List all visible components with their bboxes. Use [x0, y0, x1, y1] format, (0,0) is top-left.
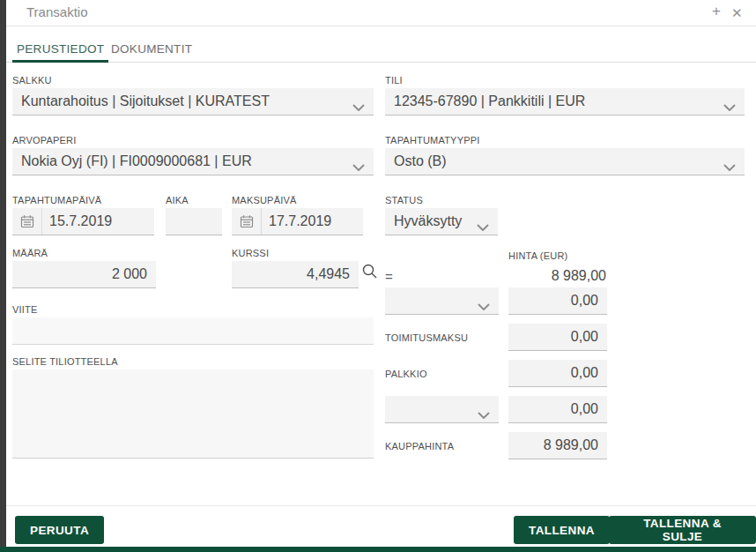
- tapahtumapaiva-datebox: [12, 208, 154, 235]
- tili-field: TILI 12345-67890 | Pankkitili | EUR: [385, 75, 745, 116]
- chevron-down-icon: [352, 159, 365, 175]
- chevron-down-icon: [723, 159, 736, 175]
- salkku-select[interactable]: Kuntarahoitus | Sijoitukset | KURATEST: [12, 88, 374, 116]
- salkku-field: SALKKU Kuntarahoitus | Sijoitukset | KUR…: [12, 75, 374, 116]
- tab-bar: PERUSTIEDOT DOKUMENTIT: [6, 35, 756, 63]
- tili-select[interactable]: 12345-67890 | Pankkitili | EUR: [385, 88, 745, 116]
- kurssi-input[interactable]: [232, 261, 359, 288]
- tapahtumatyyppi-select[interactable]: Osto (B): [385, 148, 745, 175]
- tapahtumatyyppi-value: Osto (B): [394, 153, 447, 169]
- viite-field: VIITE: [12, 304, 374, 345]
- arvopaperi-select[interactable]: Nokia Oyj (FI) | FI0009000681 | EUR: [12, 148, 374, 175]
- aika-input[interactable]: [166, 208, 222, 235]
- fee-row-select[interactable]: [385, 396, 499, 423]
- status-label: STATUS: [385, 195, 498, 208]
- chevron-down-icon: [478, 298, 490, 314]
- maara-label: MÄÄRÄ: [12, 248, 156, 261]
- arvopaperi-value: Nokia Oyj (FI) | FI0009000681 | EUR: [21, 153, 252, 169]
- kurssi-field: KURSSI: [232, 248, 359, 288]
- tili-value: 12345-67890 | Pankkitili | EUR: [394, 93, 585, 109]
- arvopaperi-field: ARVOPAPERI Nokia Oyj (FI) | FI0009000681…: [12, 135, 374, 175]
- status-field: STATUS Hyväksytty: [385, 195, 498, 235]
- footer-divider: [6, 505, 756, 506]
- palkkio-input[interactable]: [508, 360, 607, 387]
- calendar-icon[interactable]: [232, 208, 262, 235]
- kauppahinta-label: KAUPPAHINTA: [385, 441, 454, 451]
- background-bottom-bar: [0, 547, 756, 552]
- cancel-button[interactable]: PERUUTA: [15, 516, 104, 544]
- maara-field: MÄÄRÄ: [12, 248, 156, 288]
- toimitusmaksu-label: TOIMITUSMAKSU: [385, 332, 468, 343]
- chevron-down-icon: [352, 99, 365, 115]
- transaction-dialog: Transaktio + ✕ PERUSTIEDOT DOKUMENTIT SA…: [0, 0, 756, 552]
- close-icon[interactable]: ✕: [731, 4, 743, 23]
- tab-dokumentit[interactable]: DOKUMENTIT: [107, 40, 196, 63]
- tapahtumapaiva-input[interactable]: [42, 208, 154, 235]
- arvopaperi-label: ARVOPAPERI: [12, 135, 374, 148]
- toimitusmaksu-input[interactable]: [508, 324, 607, 351]
- hinta-label: HINTA (EUR): [508, 250, 567, 261]
- status-value: Hyväksytty: [394, 213, 462, 229]
- maksupaiva-datebox: [232, 208, 363, 235]
- viite-input[interactable]: [12, 317, 374, 345]
- dialog-titlebar: Transaktio + ✕: [6, 0, 756, 26]
- hinta-value: 8 989,00: [508, 268, 606, 284]
- background-left-strip: [0, 0, 6, 552]
- save-and-close-button[interactable]: TALLENNA & SULJE: [609, 516, 756, 544]
- viite-label: VIITE: [12, 304, 374, 317]
- dialog-title: Transaktio: [26, 4, 87, 19]
- save-button[interactable]: TALLENNA: [514, 516, 610, 544]
- tapahtumatyyppi-field: TAPAHTUMATYYPPI Osto (B): [385, 135, 745, 175]
- selite-textarea[interactable]: [12, 369, 374, 459]
- add-icon[interactable]: +: [712, 2, 721, 21]
- status-select[interactable]: Hyväksytty: [385, 208, 498, 235]
- tapahtumapaiva-label: TAPAHTUMAPÄIVÄ: [12, 195, 154, 208]
- salkku-label: SALKKU: [12, 75, 374, 88]
- maksupaiva-input[interactable]: [262, 208, 363, 235]
- selite-label: SELITE TILIOTTEELLA: [12, 356, 374, 369]
- calendar-icon[interactable]: [12, 208, 42, 235]
- tapahtumapaiva-field: TAPAHTUMAPÄIVÄ: [12, 195, 154, 235]
- chevron-down-icon: [478, 407, 490, 422]
- fee-row-input[interactable]: [508, 396, 607, 423]
- hinta-row-input[interactable]: [508, 287, 607, 315]
- maksupaiva-field: MAKSUPÄIVÄ: [232, 195, 363, 235]
- tab-perustiedot[interactable]: PERUSTIEDOT: [12, 40, 108, 63]
- palkkio-label: PALKKIO: [385, 369, 427, 379]
- aika-field: AIKA: [166, 195, 222, 235]
- kauppahinta-input[interactable]: [508, 432, 607, 459]
- hinta-row-select[interactable]: [385, 287, 499, 315]
- chevron-down-icon: [723, 99, 736, 115]
- selite-field: SELITE TILIOTTEELLA: [12, 356, 374, 462]
- chevron-down-icon: [477, 219, 489, 235]
- salkku-value: Kuntarahoitus | Sijoitukset | KURATEST: [21, 93, 270, 109]
- maara-input[interactable]: [12, 261, 156, 288]
- search-icon[interactable]: [360, 263, 378, 280]
- maksupaiva-label: MAKSUPÄIVÄ: [232, 195, 363, 208]
- tili-label: TILI: [385, 75, 745, 88]
- tapahtumatyyppi-label: TAPAHTUMATYYPPI: [385, 135, 745, 148]
- equals-sign: =: [385, 269, 393, 284]
- aika-label: AIKA: [166, 195, 222, 208]
- kurssi-label: KURSSI: [232, 248, 359, 261]
